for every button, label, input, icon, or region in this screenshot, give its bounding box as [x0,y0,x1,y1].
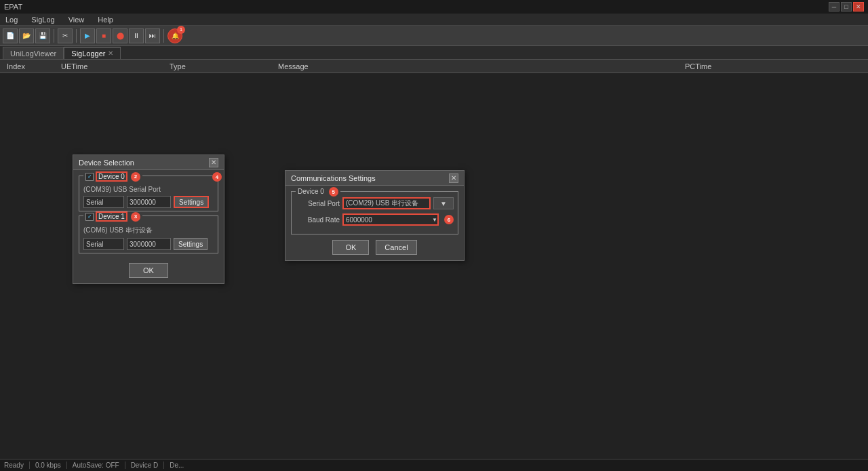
comm-serial-row: Serial Port ▼ [296,197,454,209]
step-button[interactable]: ⏭ [145,28,160,43]
status-extra: De... [170,462,184,469]
col-header-message: Message [274,62,681,70]
comm-device-group: Device 0 5 Serial Port ▼ Baud Rate 60000… [291,191,458,234]
device-selection-content: Device 0 2 (COM39) USB Serial Port Setti… [73,170,224,283]
notification-badge: 1 [177,26,185,34]
app-title: EPAT [4,3,22,11]
device-selection-titlebar[interactable]: Device Selection ✕ [73,155,224,170]
comm-serial-input[interactable] [342,197,431,209]
comm-cancel-button[interactable]: Cancel [376,240,416,255]
device0-checkbox[interactable] [85,173,94,181]
comm-serial-label: Serial Port [296,200,340,207]
device0-row: Settings [83,196,214,208]
col-header-type: Type [165,62,274,70]
device1-settings-button[interactable]: Settings [174,238,208,250]
comm-settings-title: Communications Settings [291,174,376,182]
tab-siglogger-label: SigLogger [71,49,105,58]
device1-port-info: (COM6) USB 串行设备 [83,226,214,235]
tab-unilogviewer-label: UniLogViewer [10,49,56,58]
toolbar-separator-3 [163,29,164,43]
titlebar-left: EPAT [4,3,22,11]
close-button[interactable]: ✕ [853,2,864,12]
comm-settings-close[interactable]: ✕ [449,173,458,183]
device1-checkbox[interactable] [85,213,94,221]
device1-baud-input[interactable] [127,238,171,250]
device-selection-ok-button[interactable]: OK [129,263,168,278]
save-button[interactable]: 💾 [35,28,50,43]
status-autosave: AutoSave: OFF [73,462,125,469]
menu-log[interactable]: Log [3,16,20,24]
comm-device-badge: 5 [329,187,338,197]
col-header-pctime: PCTime [681,62,816,70]
comm-settings-content: Device 0 5 Serial Port ▼ Baud Rate 60000… [285,186,464,260]
toolbar: 📄 📂 💾 ✂ ▶ ■ ⬤ ⏸ ⏭ 🔔 1 [0,26,868,46]
col-header-uetime: UETime [57,62,165,70]
comm-settings-dialog: Communications Settings ✕ Device 0 5 Ser… [285,170,465,261]
device-selection-dialog: Device Selection ✕ Device 0 2 (COM39) US… [73,155,224,284]
comm-device-group-label: Device 0 5 [296,187,340,197]
comm-device-label-text: Device 0 [298,188,324,195]
record-button[interactable]: ⬤ [113,28,127,43]
settings-badge-4: 4 [212,172,222,182]
new-button[interactable]: 📄 [3,28,18,43]
device0-badge: 2 [131,172,140,182]
speed-text: 0.0 kbps [35,462,61,469]
comm-settings-titlebar[interactable]: Communications Settings ✕ [285,171,464,186]
autosave-text: AutoSave: OFF [73,462,119,469]
device-selection-title: Device Selection [79,159,134,167]
device1-row: Settings [83,238,214,250]
device1-name: Device 1 [96,211,127,222]
device-text: Device D [131,462,159,469]
device0-serial-input[interactable] [83,196,124,208]
minimize-button[interactable]: ─ [829,2,840,12]
stop-button[interactable]: ■ [96,28,111,43]
comm-baud-label: Baud Rate [296,216,340,224]
titlebar-right: ─ □ ✕ [829,2,864,12]
main-content: Device Selection ✕ Device 0 2 (COM39) US… [0,73,868,459]
menubar: Log SigLog View Help [0,14,868,26]
device0-name: Device 0 [96,171,127,182]
extra-text: De... [170,462,184,469]
device1-label-wrapper: Device 1 3 [83,211,142,222]
menu-view[interactable]: View [66,16,87,24]
statusbar: Ready 0.0 kbps AutoSave: OFF Device D De… [0,459,868,471]
menu-help[interactable]: Help [95,16,116,24]
comm-serial-dropdown[interactable]: ▼ [433,197,454,209]
device1-group: Device 1 3 (COM6) USB 串行设备 Settings [79,216,218,253]
device0-group: Device 0 2 (COM39) USB Serial Port Setti… [79,176,218,211]
scissors-button[interactable]: ✂ [58,28,73,43]
col-header-index: Index [3,62,57,70]
device0-port-info: (COM39) USB Serial Port [83,186,214,193]
comm-btn-row: OK Cancel [291,240,458,255]
status-device: Device D [131,462,165,469]
comm-baud-select[interactable]: 6000000 3000000 115200 [342,213,439,226]
status-text: Ready [4,462,24,469]
toolbar-separator-2 [76,29,77,43]
comm-baud-row: Baud Rate 6000000 3000000 115200 ▼ 6 [296,213,454,226]
tab-unilogviewer[interactable]: UniLogViewer [3,47,64,59]
device-selection-ok-cancel: OK [79,259,218,278]
toolbar-separator-1 [54,29,54,43]
menu-siglog[interactable]: SigLog [28,16,57,24]
device1-serial-input[interactable] [83,238,124,250]
device0-baud-input[interactable] [127,196,171,208]
open-button[interactable]: 📂 [19,28,34,43]
device-selection-close[interactable]: ✕ [209,158,218,167]
status-speed: 0.0 kbps [35,462,67,469]
baud-badge-6: 6 [444,215,454,224]
tab-siglogger-close[interactable]: ✕ [108,49,113,57]
device1-badge: 3 [131,212,140,222]
pause-button[interactable]: ⏸ [129,28,144,43]
comm-baud-wrapper: 6000000 3000000 115200 ▼ [342,213,439,226]
status-ready: Ready [4,462,30,469]
device0-label-wrapper: Device 0 2 [83,171,142,182]
notification-wrapper: 🔔 1 [167,28,182,43]
device0-settings-button[interactable]: Settings [174,196,209,208]
play-button[interactable]: ▶ [80,28,95,43]
comm-ok-button[interactable]: OK [332,240,369,255]
column-headers: Index UETime Type Message PCTime [0,60,868,73]
tabbar: UniLogViewer SigLogger ✕ [0,46,868,60]
tab-siglogger[interactable]: SigLogger ✕ [64,47,121,59]
titlebar: EPAT ─ □ ✕ [0,0,868,14]
maximize-button[interactable]: □ [841,2,852,12]
